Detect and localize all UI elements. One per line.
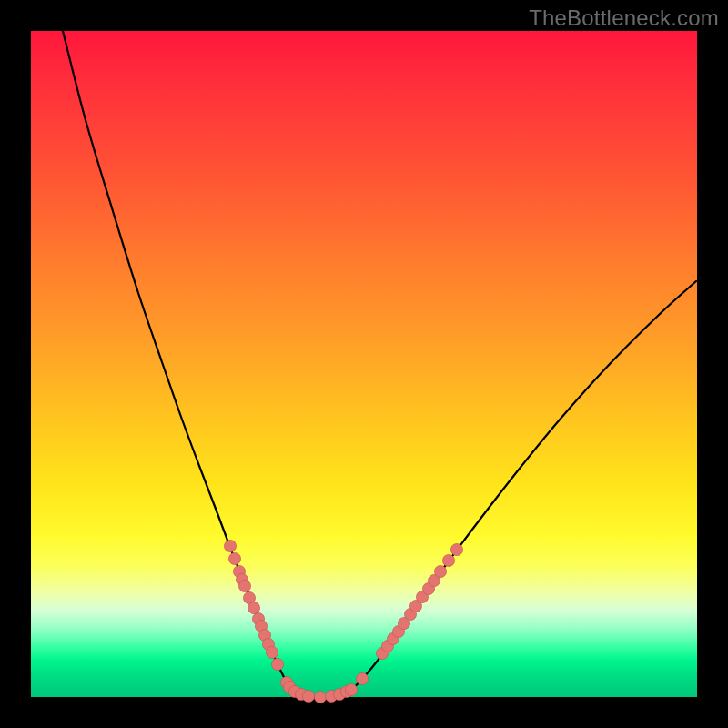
chart-svg: [31, 31, 697, 697]
curve-group: [63, 31, 696, 697]
data-dot: [356, 672, 368, 684]
data-dot: [238, 580, 250, 592]
data-dot: [345, 683, 357, 695]
data-dot: [271, 658, 283, 670]
chart-frame: TheBottleneck.com: [0, 0, 728, 728]
data-dot: [442, 554, 454, 566]
data-dot: [228, 552, 240, 564]
plot-area: [31, 31, 697, 697]
data-dots: [224, 540, 462, 703]
watermark-text: TheBottleneck.com: [529, 5, 719, 31]
bottleneck-curve: [63, 31, 696, 697]
data-dot: [302, 690, 314, 702]
data-dot: [314, 691, 326, 703]
data-dot: [450, 543, 462, 555]
data-dot: [248, 602, 259, 613]
data-dot: [266, 646, 278, 658]
data-dot: [434, 565, 446, 577]
data-dot: [224, 540, 236, 551]
